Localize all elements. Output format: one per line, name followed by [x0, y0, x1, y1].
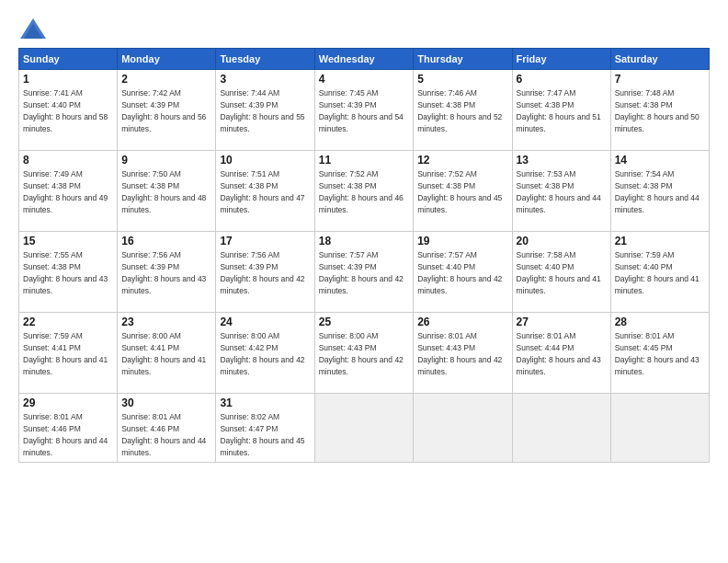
calendar-week-2: 15 Sunrise: 7:55 AMSunset: 4:38 PMDaylig…	[19, 232, 710, 313]
day-number: 21	[615, 235, 705, 247]
calendar-cell: 14 Sunrise: 7:54 AMSunset: 4:38 PMDaylig…	[610, 151, 709, 232]
day-info: Sunrise: 7:52 AMSunset: 4:38 PMDaylight:…	[319, 169, 404, 214]
calendar-cell: 25 Sunrise: 8:00 AMSunset: 4:43 PMDaylig…	[314, 313, 413, 394]
day-number: 27	[517, 316, 607, 328]
day-number: 14	[615, 154, 705, 167]
day-info: Sunrise: 7:54 AMSunset: 4:38 PMDaylight:…	[615, 169, 700, 214]
day-number: 4	[319, 73, 409, 86]
day-number: 18	[319, 235, 409, 247]
calendar-week-1: 8 Sunrise: 7:49 AMSunset: 4:38 PMDayligh…	[19, 151, 710, 232]
day-number: 25	[319, 316, 409, 328]
logo	[18, 17, 51, 42]
day-number: 11	[319, 154, 409, 167]
day-number: 8	[23, 154, 113, 167]
day-info: Sunrise: 8:01 AMSunset: 4:46 PMDaylight:…	[23, 412, 108, 457]
day-number: 29	[23, 396, 113, 409]
calendar-cell: 21 Sunrise: 7:59 AMSunset: 4:40 PMDaylig…	[610, 232, 709, 313]
calendar-header-thursday: Thursday	[414, 49, 512, 70]
day-info: Sunrise: 7:51 AMSunset: 4:38 PMDaylight:…	[220, 169, 304, 214]
calendar-table: SundayMondayTuesdayWednesdayThursdayFrid…	[18, 48, 710, 463]
calendar-header-saturday: Saturday	[610, 49, 709, 70]
day-number: 22	[23, 316, 113, 328]
calendar-cell: 13 Sunrise: 7:53 AMSunset: 4:38 PMDaylig…	[512, 151, 610, 232]
day-number: 1	[23, 73, 113, 86]
day-info: Sunrise: 7:55 AMSunset: 4:38 PMDaylight:…	[23, 250, 108, 295]
calendar-page: SundayMondayTuesdayWednesdayThursdayFrid…	[0, 0, 728, 563]
day-info: Sunrise: 8:02 AMSunset: 4:47 PMDaylight:…	[220, 412, 304, 457]
calendar-week-3: 22 Sunrise: 7:59 AMSunset: 4:41 PMDaylig…	[19, 313, 710, 394]
calendar-cell: 10 Sunrise: 7:51 AMSunset: 4:38 PMDaylig…	[216, 151, 314, 232]
calendar-header-friday: Friday	[512, 49, 610, 70]
calendar-week-4: 29 Sunrise: 8:01 AMSunset: 4:46 PMDaylig…	[19, 394, 710, 463]
day-info: Sunrise: 7:58 AMSunset: 4:40 PMDaylight:…	[517, 250, 601, 295]
day-info: Sunrise: 7:53 AMSunset: 4:38 PMDaylight:…	[517, 169, 601, 214]
day-info: Sunrise: 7:45 AMSunset: 4:39 PMDaylight:…	[319, 88, 404, 133]
calendar-cell: 5 Sunrise: 7:46 AMSunset: 4:38 PMDayligh…	[414, 70, 512, 151]
calendar-cell: 31 Sunrise: 8:02 AMSunset: 4:47 PMDaylig…	[216, 394, 314, 463]
calendar-cell: 17 Sunrise: 7:56 AMSunset: 4:39 PMDaylig…	[216, 232, 314, 313]
calendar-header-row: SundayMondayTuesdayWednesdayThursdayFrid…	[19, 49, 710, 70]
calendar-cell: 1 Sunrise: 7:41 AMSunset: 4:40 PMDayligh…	[19, 70, 118, 151]
day-number: 12	[417, 154, 507, 167]
calendar-cell: 27 Sunrise: 8:01 AMSunset: 4:44 PMDaylig…	[512, 313, 610, 394]
day-info: Sunrise: 7:59 AMSunset: 4:40 PMDaylight:…	[615, 250, 700, 295]
day-number: 9	[121, 154, 211, 167]
day-number: 20	[517, 235, 607, 247]
day-info: Sunrise: 7:49 AMSunset: 4:38 PMDaylight:…	[23, 169, 108, 214]
calendar-cell: 8 Sunrise: 7:49 AMSunset: 4:38 PMDayligh…	[19, 151, 118, 232]
day-info: Sunrise: 8:01 AMSunset: 4:45 PMDaylight:…	[615, 331, 700, 376]
calendar-cell: 23 Sunrise: 8:00 AMSunset: 4:41 PMDaylig…	[118, 313, 216, 394]
calendar-cell: 28 Sunrise: 8:01 AMSunset: 4:45 PMDaylig…	[610, 313, 709, 394]
calendar-cell: 2 Sunrise: 7:42 AMSunset: 4:39 PMDayligh…	[118, 70, 216, 151]
day-number: 15	[23, 235, 113, 247]
day-number: 26	[417, 316, 507, 328]
day-info: Sunrise: 8:01 AMSunset: 4:46 PMDaylight:…	[121, 412, 206, 457]
day-info: Sunrise: 8:01 AMSunset: 4:43 PMDaylight:…	[417, 331, 502, 376]
day-info: Sunrise: 8:00 AMSunset: 4:42 PMDaylight:…	[220, 331, 304, 376]
calendar-cell: 3 Sunrise: 7:44 AMSunset: 4:39 PMDayligh…	[216, 70, 314, 151]
calendar-cell	[314, 394, 413, 463]
calendar-body: 1 Sunrise: 7:41 AMSunset: 4:40 PMDayligh…	[19, 70, 710, 463]
day-number: 7	[615, 73, 705, 86]
day-info: Sunrise: 7:47 AMSunset: 4:38 PMDaylight:…	[517, 88, 601, 133]
day-info: Sunrise: 7:41 AMSunset: 4:40 PMDaylight:…	[23, 88, 108, 133]
day-info: Sunrise: 7:56 AMSunset: 4:39 PMDaylight:…	[121, 250, 206, 295]
day-info: Sunrise: 7:44 AMSunset: 4:39 PMDaylight:…	[220, 88, 304, 133]
day-info: Sunrise: 8:01 AMSunset: 4:44 PMDaylight:…	[517, 331, 601, 376]
day-number: 23	[121, 316, 211, 328]
day-number: 2	[121, 73, 211, 86]
calendar-cell: 15 Sunrise: 7:55 AMSunset: 4:38 PMDaylig…	[19, 232, 118, 313]
day-number: 3	[220, 73, 310, 86]
day-number: 19	[417, 235, 507, 247]
day-number: 5	[417, 73, 507, 86]
calendar-cell: 11 Sunrise: 7:52 AMSunset: 4:38 PMDaylig…	[314, 151, 413, 232]
logo-icon	[18, 17, 48, 42]
day-number: 31	[220, 396, 310, 409]
day-info: Sunrise: 7:48 AMSunset: 4:38 PMDaylight:…	[615, 88, 700, 133]
calendar-header-tuesday: Tuesday	[216, 49, 314, 70]
calendar-cell	[414, 394, 512, 463]
day-number: 10	[220, 154, 310, 167]
calendar-cell: 29 Sunrise: 8:01 AMSunset: 4:46 PMDaylig…	[19, 394, 118, 463]
day-info: Sunrise: 7:42 AMSunset: 4:39 PMDaylight:…	[121, 88, 206, 133]
day-info: Sunrise: 7:59 AMSunset: 4:41 PMDaylight:…	[23, 331, 108, 376]
calendar-cell	[610, 394, 709, 463]
day-number: 17	[220, 235, 310, 247]
calendar-cell: 19 Sunrise: 7:57 AMSunset: 4:40 PMDaylig…	[414, 232, 512, 313]
day-info: Sunrise: 8:00 AMSunset: 4:41 PMDaylight:…	[121, 331, 206, 376]
calendar-cell: 6 Sunrise: 7:47 AMSunset: 4:38 PMDayligh…	[512, 70, 610, 151]
calendar-cell	[512, 394, 610, 463]
calendar-cell: 22 Sunrise: 7:59 AMSunset: 4:41 PMDaylig…	[19, 313, 118, 394]
day-number: 6	[517, 73, 607, 86]
calendar-header-wednesday: Wednesday	[314, 49, 413, 70]
calendar-cell: 18 Sunrise: 7:57 AMSunset: 4:39 PMDaylig…	[314, 232, 413, 313]
day-number: 30	[121, 396, 211, 409]
day-info: Sunrise: 8:00 AMSunset: 4:43 PMDaylight:…	[319, 331, 404, 376]
calendar-cell: 26 Sunrise: 8:01 AMSunset: 4:43 PMDaylig…	[414, 313, 512, 394]
day-info: Sunrise: 7:57 AMSunset: 4:39 PMDaylight:…	[319, 250, 404, 295]
day-info: Sunrise: 7:50 AMSunset: 4:38 PMDaylight:…	[121, 169, 206, 214]
calendar-header-monday: Monday	[118, 49, 216, 70]
day-number: 16	[121, 235, 211, 247]
day-number: 28	[615, 316, 705, 328]
day-number: 24	[220, 316, 310, 328]
